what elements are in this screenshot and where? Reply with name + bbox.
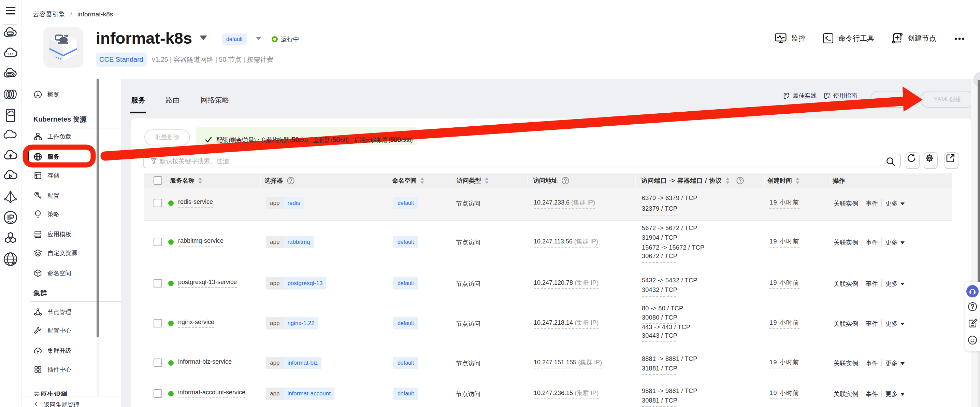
svg-text:w: w (12, 260, 16, 265)
